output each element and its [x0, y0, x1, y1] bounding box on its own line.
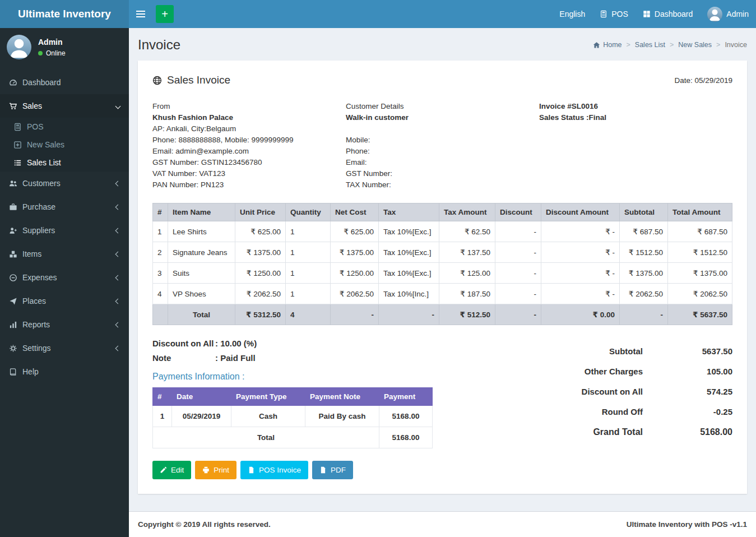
- navbar-main: + English POS Dashboard Admin: [129, 0, 756, 28]
- from-gst: GST Number: GSTIN123456780: [152, 157, 346, 168]
- dashboard-link[interactable]: Dashboard: [636, 0, 701, 28]
- breadcrumb-new-sales[interactable]: New Sales: [678, 41, 712, 49]
- sidebar-item-label: Suppliers: [22, 226, 55, 235]
- customer-name: Walk-in customer: [346, 112, 539, 123]
- sidebar-item-expenses[interactable]: Expenses: [0, 266, 129, 289]
- from-name: Khush Fashion Palace: [152, 112, 346, 123]
- sidebar-item-places[interactable]: Places: [0, 289, 129, 313]
- print-button-label: Print: [214, 466, 229, 474]
- customer-heading: Customer Details: [346, 101, 539, 112]
- discount-on-all-row: Discount on All : 10.00 (%): [152, 339, 553, 348]
- col-item-name: Item Name: [168, 203, 235, 221]
- pencil-icon: [160, 466, 167, 474]
- breadcrumb-current: Invoice: [725, 41, 747, 49]
- printer-icon: [202, 466, 210, 474]
- sidebar-item-label: New Sales: [27, 140, 64, 149]
- sidebar-item-reports[interactable]: Reports: [0, 313, 129, 336]
- pos-invoice-button[interactable]: POS Invoice: [240, 461, 308, 479]
- app-shell: Admin Online Dashboard Sales: [0, 28, 756, 537]
- chevron-left-icon: [115, 251, 121, 257]
- subtotal-label: Subtotal: [609, 346, 643, 356]
- sidebar-item-purchase[interactable]: Purchase: [0, 195, 129, 219]
- sidebar-item-items[interactable]: Items: [0, 242, 129, 266]
- sidebar-menu: Dashboard Sales POS New Sales: [0, 71, 129, 383]
- quick-add-button[interactable]: +: [156, 5, 174, 23]
- cell: Tax 10%[Inc.]: [379, 284, 439, 304]
- invoice-lower-section: Discount on All : 10.00 (%) Note : Paid …: [152, 339, 732, 479]
- main-content: Invoice Home > Sales List > New Sales > …: [129, 28, 756, 537]
- language-menu[interactable]: English: [552, 0, 592, 28]
- cell: ₹ 1375.00: [668, 263, 732, 284]
- cell: ₹ 5312.50: [235, 304, 286, 325]
- breadcrumb-sales-list[interactable]: Sales List: [635, 41, 665, 49]
- list-icon: [13, 159, 22, 167]
- sidebar-item-dashboard[interactable]: Dashboard: [0, 71, 129, 94]
- item-row: 4 VP Shoes ₹ 2062.50 1 ₹ 2062.50 Tax 10%…: [153, 284, 732, 304]
- plus-square-icon: [13, 141, 22, 149]
- cell: 1: [153, 221, 168, 242]
- sidebar-toggle-button[interactable]: [129, 0, 152, 28]
- dashboard-link-label: Dashboard: [655, 10, 693, 18]
- subtotal-value: 5637.50: [643, 346, 732, 356]
- totals-summary: Subtotal 5637.50 Other Charges 105.00 Di…: [553, 339, 732, 448]
- page-title: Invoice: [138, 37, 180, 53]
- sidebar-item-new-sales[interactable]: New Sales: [0, 136, 129, 154]
- edit-button-label: Edit: [171, 466, 184, 474]
- sidebar-item-label: Sales List: [27, 158, 61, 167]
- pdf-button[interactable]: PDF: [312, 461, 353, 479]
- cell: ₹ 2062.50: [331, 284, 379, 304]
- cell: ₹ 1375.00: [235, 242, 286, 263]
- sidebar-item-label: Expenses: [22, 273, 57, 282]
- brand-logo[interactable]: Ultimate Inventory: [0, 0, 129, 28]
- cell: ₹ 5637.50: [668, 304, 732, 325]
- cell: 2: [153, 242, 168, 263]
- cell: -: [379, 304, 439, 325]
- other-charges-label: Other Charges: [585, 367, 643, 376]
- sidebar-item-sales[interactable]: Sales: [0, 94, 129, 118]
- payments-header-row: # Date Payment Type Payment Note Payment: [153, 388, 433, 406]
- cell: ₹ -: [541, 221, 620, 242]
- invoice-info-columns: From Khush Fashion Palace AP: Ankali, Ci…: [152, 101, 732, 191]
- cell: -: [620, 304, 668, 325]
- user-menu[interactable]: Admin: [700, 0, 756, 28]
- breadcrumb-label: Home: [603, 41, 622, 49]
- pdf-button-label: PDF: [331, 466, 346, 474]
- cell: 5168.00: [379, 406, 433, 427]
- from-vat: VAT Number: VAT123: [152, 168, 346, 179]
- col-quantity: Quantity: [286, 203, 331, 221]
- cell: ₹ 1375.00: [331, 242, 379, 263]
- sidebar-item-label: Sales: [22, 101, 42, 110]
- cell: ₹ -: [541, 263, 620, 284]
- cell: Suits: [168, 263, 235, 284]
- sidebar-item-customers[interactable]: Customers: [0, 172, 129, 195]
- chevron-left-icon: [115, 298, 121, 304]
- chevron-left-icon: [115, 204, 121, 210]
- breadcrumb-label: New Sales: [678, 41, 712, 49]
- cubes-icon: [9, 250, 17, 258]
- pos-link[interactable]: POS: [592, 0, 636, 28]
- sidebar-item-settings[interactable]: Settings: [0, 336, 129, 360]
- sidebar-item-help[interactable]: Help: [0, 360, 129, 383]
- print-button[interactable]: Print: [195, 461, 236, 479]
- breadcrumb-home[interactable]: Home: [593, 41, 622, 49]
- footer-copyright: Copyright © 2019 All rights reserved.: [138, 520, 271, 529]
- speedometer-icon: [9, 78, 17, 87]
- customer-email: Email:: [346, 157, 539, 168]
- hamburger-icon: [136, 13, 145, 15]
- breadcrumb-separator: >: [627, 41, 630, 49]
- cell: ₹ 1250.00: [235, 263, 286, 284]
- sidebar-item-sales-list[interactable]: Sales List: [0, 154, 129, 172]
- col-tax: Tax: [379, 203, 439, 221]
- round-off-value: -0.25: [643, 407, 732, 416]
- sidebar-user-panel: Admin Online: [0, 28, 129, 67]
- book-icon: [9, 368, 17, 376]
- from-contact: Phone: 8888888888, Mobile: 9999999999: [152, 135, 346, 146]
- edit-button[interactable]: Edit: [152, 461, 191, 479]
- sidebar-item-pos[interactable]: POS: [0, 118, 129, 136]
- cell: Tax 10%[Exc.]: [379, 221, 439, 242]
- cell: 4: [153, 284, 168, 304]
- sidebar-item-label: Customers: [22, 179, 61, 188]
- sidebar-item-suppliers[interactable]: Suppliers: [0, 219, 129, 242]
- navbar-right: English POS Dashboard Admin: [552, 0, 756, 28]
- calculator-icon: [600, 10, 607, 18]
